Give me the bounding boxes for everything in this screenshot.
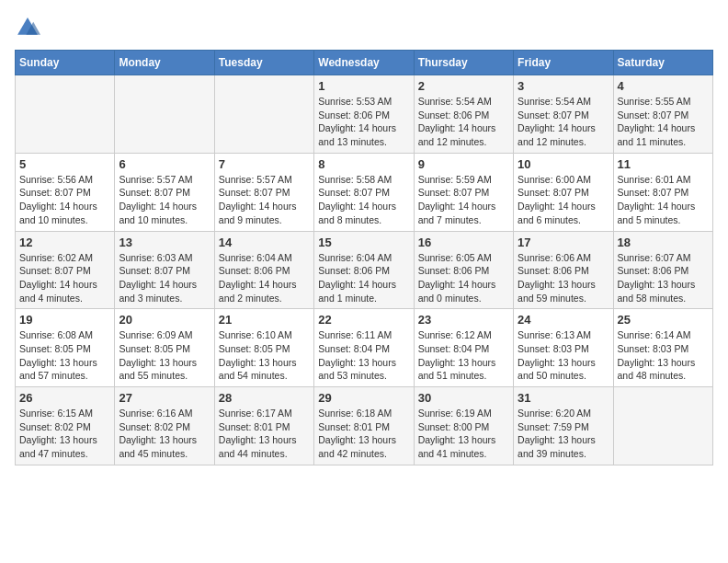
day-detail: Sunrise: 6:02 AM Sunset: 8:07 PM Dayligh… — [19, 251, 110, 305]
day-number: 30 — [418, 391, 509, 405]
calendar-week-row: 19Sunrise: 6:08 AM Sunset: 8:05 PM Dayli… — [16, 309, 713, 387]
calendar-cell — [613, 387, 712, 465]
calendar-cell: 7Sunrise: 5:57 AM Sunset: 8:07 PM Daylig… — [214, 153, 313, 231]
day-detail: Sunrise: 5:57 AM Sunset: 8:07 PM Dayligh… — [119, 173, 210, 227]
day-detail: Sunrise: 6:19 AM Sunset: 8:00 PM Dayligh… — [418, 407, 509, 461]
day-number: 19 — [19, 313, 110, 327]
day-number: 10 — [518, 157, 609, 171]
day-number: 20 — [119, 313, 210, 327]
page-header — [15, 15, 713, 40]
day-detail: Sunrise: 6:03 AM Sunset: 8:07 PM Dayligh… — [119, 251, 210, 305]
calendar-cell: 25Sunrise: 6:14 AM Sunset: 8:03 PM Dayli… — [613, 309, 712, 387]
calendar-week-row: 5Sunrise: 5:56 AM Sunset: 8:07 PM Daylig… — [16, 153, 713, 231]
calendar-cell: 2Sunrise: 5:54 AM Sunset: 8:06 PM Daylig… — [414, 75, 513, 154]
day-number: 8 — [318, 157, 409, 171]
calendar-cell: 5Sunrise: 5:56 AM Sunset: 8:07 PM Daylig… — [16, 153, 115, 231]
calendar-cell: 29Sunrise: 6:18 AM Sunset: 8:01 PM Dayli… — [314, 387, 414, 465]
day-detail: Sunrise: 6:05 AM Sunset: 8:06 PM Dayligh… — [418, 251, 509, 305]
calendar-cell: 26Sunrise: 6:15 AM Sunset: 8:02 PM Dayli… — [16, 387, 115, 465]
day-number: 4 — [618, 79, 709, 93]
day-detail: Sunrise: 6:00 AM Sunset: 8:07 PM Dayligh… — [518, 173, 609, 227]
weekday-header-sunday: Sunday — [16, 51, 115, 75]
day-number: 28 — [219, 391, 310, 405]
calendar-week-row: 12Sunrise: 6:02 AM Sunset: 8:07 PM Dayli… — [16, 231, 713, 309]
weekday-header-row: SundayMondayTuesdayWednesdayThursdayFrid… — [16, 51, 713, 75]
calendar-cell: 14Sunrise: 6:04 AM Sunset: 8:06 PM Dayli… — [214, 231, 313, 309]
calendar-cell: 24Sunrise: 6:13 AM Sunset: 8:03 PM Dayli… — [514, 309, 613, 387]
day-number: 2 — [418, 79, 509, 93]
day-number: 27 — [119, 391, 210, 405]
day-number: 29 — [318, 391, 409, 405]
day-number: 14 — [219, 236, 310, 249]
day-detail: Sunrise: 6:04 AM Sunset: 8:06 PM Dayligh… — [318, 251, 409, 305]
calendar-cell: 11Sunrise: 6:01 AM Sunset: 8:07 PM Dayli… — [613, 153, 712, 231]
day-detail: Sunrise: 5:58 AM Sunset: 8:07 PM Dayligh… — [318, 173, 409, 227]
day-detail: Sunrise: 5:59 AM Sunset: 8:07 PM Dayligh… — [418, 173, 509, 227]
calendar-cell: 4Sunrise: 5:55 AM Sunset: 8:07 PM Daylig… — [613, 75, 712, 154]
calendar-cell — [115, 75, 214, 154]
day-number: 6 — [119, 157, 210, 171]
calendar-cell: 20Sunrise: 6:09 AM Sunset: 8:05 PM Dayli… — [115, 309, 214, 387]
calendar-cell: 6Sunrise: 5:57 AM Sunset: 8:07 PM Daylig… — [115, 153, 214, 231]
day-detail: Sunrise: 5:54 AM Sunset: 8:06 PM Dayligh… — [418, 95, 509, 149]
day-detail: Sunrise: 6:08 AM Sunset: 8:05 PM Dayligh… — [19, 328, 110, 383]
day-detail: Sunrise: 6:13 AM Sunset: 8:03 PM Dayligh… — [518, 328, 609, 383]
weekday-header-tuesday: Tuesday — [214, 51, 313, 75]
day-number: 23 — [418, 313, 509, 327]
calendar-cell: 17Sunrise: 6:06 AM Sunset: 8:06 PM Dayli… — [514, 231, 613, 309]
weekday-header-friday: Friday — [514, 51, 613, 75]
weekday-header-thursday: Thursday — [414, 51, 513, 75]
day-number: 11 — [618, 157, 709, 171]
day-number: 26 — [19, 391, 110, 405]
day-number: 12 — [19, 236, 110, 249]
day-number: 17 — [518, 236, 609, 249]
calendar-week-row: 1Sunrise: 5:53 AM Sunset: 8:06 PM Daylig… — [16, 75, 713, 154]
calendar-cell: 15Sunrise: 6:04 AM Sunset: 8:06 PM Dayli… — [314, 231, 414, 309]
day-number: 7 — [219, 157, 310, 171]
calendar-cell: 9Sunrise: 5:59 AM Sunset: 8:07 PM Daylig… — [414, 153, 513, 231]
day-number: 25 — [618, 313, 709, 327]
day-detail: Sunrise: 5:56 AM Sunset: 8:07 PM Dayligh… — [19, 173, 110, 227]
day-detail: Sunrise: 6:14 AM Sunset: 8:03 PM Dayligh… — [618, 328, 709, 383]
calendar-cell — [214, 75, 313, 154]
day-detail: Sunrise: 6:15 AM Sunset: 8:02 PM Dayligh… — [19, 407, 110, 461]
calendar-cell: 10Sunrise: 6:00 AM Sunset: 8:07 PM Dayli… — [514, 153, 613, 231]
day-detail: Sunrise: 5:57 AM Sunset: 8:07 PM Dayligh… — [219, 173, 310, 227]
calendar-cell: 3Sunrise: 5:54 AM Sunset: 8:07 PM Daylig… — [514, 75, 613, 154]
day-number: 3 — [518, 79, 609, 93]
day-detail: Sunrise: 6:06 AM Sunset: 8:06 PM Dayligh… — [518, 251, 609, 305]
day-number: 5 — [19, 157, 110, 171]
calendar-cell: 30Sunrise: 6:19 AM Sunset: 8:00 PM Dayli… — [414, 387, 513, 465]
day-number: 16 — [418, 236, 509, 249]
calendar-cell: 22Sunrise: 6:11 AM Sunset: 8:04 PM Dayli… — [314, 309, 414, 387]
logo — [15, 15, 44, 40]
day-detail: Sunrise: 6:01 AM Sunset: 8:07 PM Dayligh… — [618, 173, 709, 227]
calendar-cell: 12Sunrise: 6:02 AM Sunset: 8:07 PM Dayli… — [16, 231, 115, 309]
day-number: 31 — [518, 391, 609, 405]
day-detail: Sunrise: 6:11 AM Sunset: 8:04 PM Dayligh… — [318, 328, 409, 383]
day-detail: Sunrise: 6:07 AM Sunset: 8:06 PM Dayligh… — [618, 251, 709, 305]
day-number: 24 — [518, 313, 609, 327]
calendar-cell: 21Sunrise: 6:10 AM Sunset: 8:05 PM Dayli… — [214, 309, 313, 387]
calendar-cell: 23Sunrise: 6:12 AM Sunset: 8:04 PM Dayli… — [414, 309, 513, 387]
calendar-cell: 1Sunrise: 5:53 AM Sunset: 8:06 PM Daylig… — [314, 75, 414, 154]
calendar-cell: 27Sunrise: 6:16 AM Sunset: 8:02 PM Dayli… — [115, 387, 214, 465]
day-detail: Sunrise: 5:55 AM Sunset: 8:07 PM Dayligh… — [618, 95, 709, 149]
calendar-cell: 8Sunrise: 5:58 AM Sunset: 8:07 PM Daylig… — [314, 153, 414, 231]
calendar-cell: 31Sunrise: 6:20 AM Sunset: 7:59 PM Dayli… — [514, 387, 613, 465]
day-detail: Sunrise: 6:04 AM Sunset: 8:06 PM Dayligh… — [219, 251, 310, 305]
day-detail: Sunrise: 6:09 AM Sunset: 8:05 PM Dayligh… — [119, 328, 210, 383]
calendar-cell: 19Sunrise: 6:08 AM Sunset: 8:05 PM Dayli… — [16, 309, 115, 387]
weekday-header-monday: Monday — [115, 51, 214, 75]
calendar-week-row: 26Sunrise: 6:15 AM Sunset: 8:02 PM Dayli… — [16, 387, 713, 465]
day-number: 9 — [418, 157, 509, 171]
day-detail: Sunrise: 6:20 AM Sunset: 7:59 PM Dayligh… — [518, 407, 609, 461]
day-detail: Sunrise: 6:18 AM Sunset: 8:01 PM Dayligh… — [318, 407, 409, 461]
day-detail: Sunrise: 5:53 AM Sunset: 8:06 PM Dayligh… — [318, 95, 409, 149]
calendar-cell: 18Sunrise: 6:07 AM Sunset: 8:06 PM Dayli… — [613, 231, 712, 309]
day-detail: Sunrise: 6:17 AM Sunset: 8:01 PM Dayligh… — [219, 407, 310, 461]
calendar-cell: 16Sunrise: 6:05 AM Sunset: 8:06 PM Dayli… — [414, 231, 513, 309]
day-number: 15 — [318, 236, 409, 249]
calendar-cell — [16, 75, 115, 154]
logo-icon — [15, 15, 40, 40]
